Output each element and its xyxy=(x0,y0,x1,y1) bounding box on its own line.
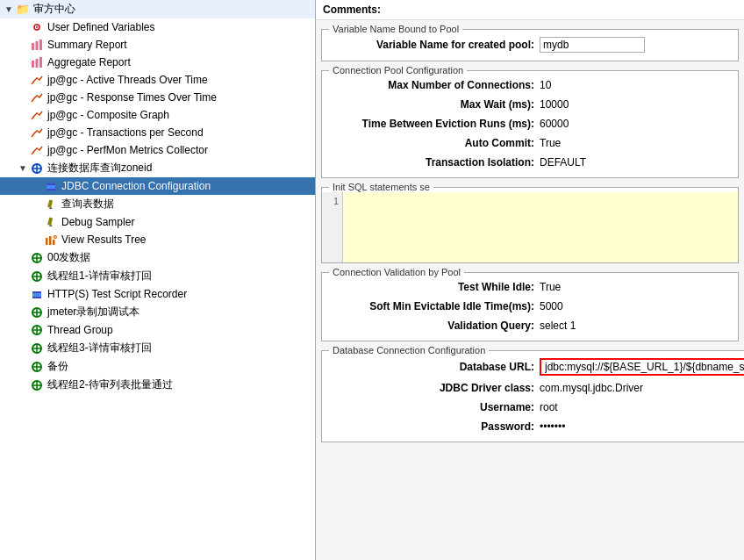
tree-item-http-test-recorder[interactable]: HTTP(S) Test Script Recorder xyxy=(0,285,315,303)
transaction-isolation-label: Transaction Isolation: xyxy=(329,156,540,169)
tree-label: Thread Group xyxy=(47,324,113,336)
tree-icon-chart-pink xyxy=(30,38,44,52)
tree-item-thread-group-3[interactable]: 线程组3-详情审核打回 xyxy=(0,339,315,357)
tree-icon-pencil xyxy=(44,197,58,212)
svg-rect-13 xyxy=(46,189,55,190)
test-while-idle-label: Test While Idle: xyxy=(329,281,540,293)
tree-label: jp@gc - PerfMon Metrics Collector xyxy=(47,144,208,156)
max-connections-label: Max Number of Connections: xyxy=(329,79,540,91)
test-while-idle-value: True xyxy=(540,281,561,293)
tree-icon-chart-line xyxy=(30,143,44,157)
max-wait-value: 10000 xyxy=(540,98,569,111)
username-value: root xyxy=(540,401,558,413)
tree-item-connect-db[interactable]: ▼连接数据库查询zoneid xyxy=(0,159,315,177)
tree-item-thread-group-1[interactable]: 线程组1-详情审核打回 xyxy=(0,267,315,285)
comments-label: Comments: xyxy=(323,4,381,16)
line-number: 1 xyxy=(322,192,343,262)
transaction-isolation-value: DEFAULT xyxy=(540,156,586,169)
soft-min-label: Soft Min Evictable Idle Time(ms): xyxy=(329,300,540,312)
soft-min-value: 5000 xyxy=(540,300,563,312)
tree-label: jp@gc - Response Times Over Time xyxy=(47,91,217,104)
time-between-label: Time Between Eviction Runs (ms): xyxy=(329,118,540,130)
max-connections-value: 10 xyxy=(540,79,551,91)
tree-label: jp@gc - Transactions per Second xyxy=(47,126,204,139)
tree-item-thread-group[interactable]: Thread Group xyxy=(0,321,315,339)
tree-icon-circle-green xyxy=(30,305,44,319)
tree-icon-chart-eye xyxy=(44,233,58,247)
tree-icon-chart-line xyxy=(30,90,44,104)
tree-item-aggregate-report[interactable]: Aggregate Report xyxy=(0,54,315,71)
expand-arrow: ▼ xyxy=(4,4,14,15)
tree-label: 线程组2-待审列表批量通过 xyxy=(47,377,173,392)
variable-name-section-title: Variable Name Bound to Pool xyxy=(329,24,462,34)
jdbc-driver-value: com.mysql.jdbc.Driver xyxy=(540,382,643,394)
svg-rect-16 xyxy=(47,217,53,226)
svg-rect-18 xyxy=(46,238,48,245)
tree-item-summary-report[interactable]: Summary Report xyxy=(0,36,315,54)
tree-item-user-defined-vars[interactable]: User Defined Variables xyxy=(0,18,315,36)
jdbc-driver-label: JDBC Driver class: xyxy=(329,382,540,394)
tree-icon-chart-line xyxy=(30,126,44,140)
tree-panel: ▼📁审方中心User Defined VariablesSummary Repo… xyxy=(0,0,316,560)
tree-item-send-data[interactable]: 00发数据 xyxy=(0,248,315,267)
validation-query-label: Validation Query: xyxy=(329,319,540,332)
tree-icon-circle-green xyxy=(30,269,44,284)
tree-icon-pencil xyxy=(44,215,58,229)
tree-item-jp-response-times[interactable]: jp@gc - Response Times Over Time xyxy=(0,89,315,106)
password-value: ••••••• xyxy=(540,420,565,433)
svg-rect-31 xyxy=(32,297,41,298)
tree-icon-chart-line xyxy=(30,108,44,122)
tree-item-jp-transactions[interactable]: jp@gc - Transactions per Second xyxy=(0,124,315,141)
tree-label: HTTP(S) Test Script Recorder xyxy=(47,288,187,300)
tree-label: Summary Report xyxy=(47,39,127,51)
tree-item-jp-perfmon[interactable]: jp@gc - PerfMon Metrics Collector xyxy=(0,141,315,159)
svg-rect-4 xyxy=(39,39,42,50)
tree-label: JDBC Connection Configuration xyxy=(61,180,211,192)
svg-rect-14 xyxy=(47,199,53,208)
tree-item-audit-center[interactable]: ▼📁审方中心 xyxy=(0,0,315,18)
config-panel: Comments: Variable Name Bound to Pool Va… xyxy=(316,0,744,560)
tree-item-jp-active-threads[interactable]: jp@gc - Active Threads Over Time xyxy=(0,71,315,89)
tree-item-backup[interactable]: 备份 xyxy=(0,357,315,376)
svg-rect-2 xyxy=(32,43,34,50)
max-wait-label: Max Wait (ms): xyxy=(329,98,540,111)
svg-rect-29 xyxy=(32,291,41,293)
svg-point-22 xyxy=(54,236,56,238)
variable-name-input[interactable] xyxy=(540,37,645,53)
tree-item-jmeter-recorder[interactable]: jmeter录制加调试本 xyxy=(0,303,315,321)
database-connection-section-title: Database Connection Configuration xyxy=(329,345,489,355)
svg-rect-5 xyxy=(32,61,34,68)
tree-label: 00发数据 xyxy=(47,250,90,265)
tree-label: 线程组3-详情审核打回 xyxy=(47,341,152,355)
tree-label: jmeter录制加调试本 xyxy=(47,305,140,319)
tree-icon-circle-green xyxy=(30,378,44,392)
svg-rect-30 xyxy=(32,293,41,297)
tree-label: 查询表数据 xyxy=(61,197,114,212)
tree-icon-circle-green xyxy=(30,341,44,355)
tree-item-jp-composite[interactable]: jp@gc - Composite Graph xyxy=(0,106,315,124)
variable-name-label: Variable Name for created pool: xyxy=(329,39,540,51)
tree-item-jdbc-connection[interactable]: JDBC Connection Configuration xyxy=(0,177,315,195)
tree-item-query-table[interactable]: 查询表数据 xyxy=(0,195,315,213)
init-sql-textarea[interactable] xyxy=(343,192,738,262)
svg-rect-19 xyxy=(49,236,52,245)
time-between-value: 60000 xyxy=(540,118,569,130)
tree-icon-circle-green xyxy=(30,360,44,374)
tree-icon-chart-line xyxy=(30,73,44,87)
db-url-input[interactable] xyxy=(540,358,744,376)
tree-icon-chart-pink xyxy=(30,55,44,69)
db-url-label: Database URL: xyxy=(329,361,540,373)
tree-item-debug-sampler[interactable]: Debug Sampler xyxy=(0,213,315,231)
tree-label: Aggregate Report xyxy=(47,56,131,68)
svg-rect-7 xyxy=(39,57,42,68)
tree-label: 备份 xyxy=(47,359,68,374)
tree-label: 审方中心 xyxy=(33,2,75,17)
tree-label: jp@gc - Composite Graph xyxy=(47,109,169,121)
svg-rect-11 xyxy=(46,183,55,185)
svg-point-1 xyxy=(36,26,38,28)
tree-item-thread-group-2[interactable]: 线程组2-待审列表批量通过 xyxy=(0,376,315,394)
tree-item-view-results-tree[interactable]: View Results Tree xyxy=(0,231,315,248)
tree-icon-gear-blue xyxy=(30,287,44,301)
svg-rect-6 xyxy=(36,59,39,68)
username-label: Username: xyxy=(329,401,540,413)
